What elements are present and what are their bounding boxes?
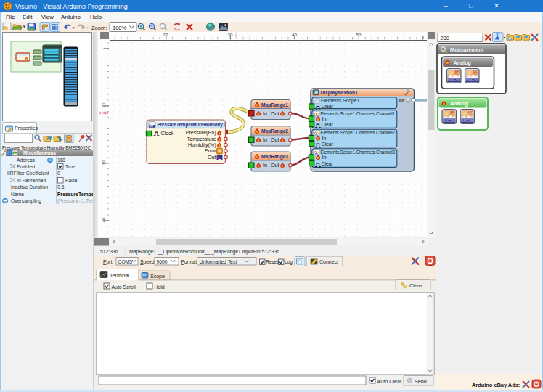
svg-text:In: In — [322, 136, 327, 142]
svg-text:30: 30 — [101, 160, 106, 165]
svg-text:Measurement: Measurement — [450, 46, 484, 53]
svg-text:Clear: Clear — [322, 142, 334, 147]
svg-text:Out: Out — [271, 111, 279, 117]
svg-text:Clear: Clear — [322, 122, 334, 127]
svg-text:In: In — [263, 163, 267, 168]
svg-text:Port:: Port: — [103, 259, 113, 264]
svg-text:Clear: Clear — [322, 161, 334, 166]
svg-text:50: 50 — [356, 32, 362, 37]
svg-text:Analog: Analog — [450, 100, 468, 107]
svg-text:In: In — [263, 137, 267, 143]
svg-text:30: 30 — [228, 32, 233, 37]
svg-text:Error: Error — [205, 148, 216, 154]
svg-text:Elements.Scope1.Channels.Chann: Elements.Scope1.Channels.Channel3 — [321, 150, 396, 155]
svg-text:Humidity(%): Humidity(%) — [188, 142, 216, 148]
svg-text:Terminal: Terminal — [110, 272, 130, 279]
svg-text:512:336: 512:336 — [100, 249, 118, 254]
svg-text:Send: Send — [415, 378, 427, 385]
svg-text:Auto Clear: Auto Clear — [377, 378, 403, 385]
svg-text:In: In — [263, 111, 267, 117]
svg-text:MapRange2: MapRange2 — [261, 128, 288, 134]
svg-text:Log: Log — [285, 259, 293, 265]
svg-text:Clear: Clear — [409, 282, 422, 289]
svg-text:Clear: Clear — [322, 104, 334, 109]
svg-text:Arduino eBay Ads:: Arduino eBay Ads: — [472, 382, 520, 388]
svg-text:Out: Out — [271, 137, 279, 143]
svg-text:COM5: COM5 — [118, 259, 133, 264]
svg-text:Temperature: Temperature — [187, 136, 216, 142]
svg-text:I2C: I2C — [468, 110, 473, 114]
svg-text:Hold: Hold — [155, 285, 165, 290]
svg-text:SPI: SPI — [454, 70, 460, 73]
svg-text:Reset: Reset — [266, 259, 278, 264]
svg-text:9600: 9600 — [157, 259, 168, 264]
svg-text:MapRange3: MapRange3 — [261, 154, 288, 160]
svg-text:40: 40 — [101, 217, 106, 222]
svg-text:20: 20 — [163, 32, 168, 37]
svg-text:Scope: Scope — [150, 274, 165, 279]
svg-text:MapRange1.__OpenWireRootUnit__: MapRange1.__OpenWireRootUnit__._MapRange… — [129, 249, 279, 255]
svg-text:In: In — [322, 155, 327, 160]
svg-text:40: 40 — [292, 32, 297, 37]
svg-text:Elements.Scope1.Channels.Chann: Elements.Scope1.Channels.Channel1 — [321, 111, 396, 117]
svg-text:20: 20 — [101, 102, 106, 107]
svg-text:NXT: NXT — [150, 125, 154, 128]
svg-text:Speed:: Speed: — [140, 259, 156, 265]
svg-text:I2C: I2C — [473, 70, 478, 73]
svg-text:280: 280 — [441, 35, 450, 41]
svg-text:DisplayNextion1: DisplayNextion1 — [321, 90, 359, 96]
svg-text:Out: Out — [208, 155, 216, 160]
svg-text:Auto Scroll: Auto Scroll — [112, 285, 136, 290]
svg-text:PressureTemperatureHumidity1: PressureTemperatureHumidity1 — [158, 122, 226, 128]
svg-text:Elements.Scope1.Channels.Chann: Elements.Scope1.Channels.Channel2 — [321, 130, 396, 136]
svg-text:Connect: Connect — [319, 259, 338, 264]
svg-text:SPI: SPI — [450, 110, 455, 114]
svg-text:Analog: Analog — [454, 60, 471, 66]
svg-text:Clock: Clock — [161, 131, 174, 136]
svg-text:Unformatted Text: Unformatted Text — [200, 259, 237, 264]
svg-text:Format:: Format: — [181, 259, 199, 264]
svg-text:MapRange1: MapRange1 — [261, 102, 288, 108]
svg-text:Out: Out — [271, 163, 279, 168]
svg-text:Pressure(Pa): Pressure(Pa) — [186, 130, 216, 136]
